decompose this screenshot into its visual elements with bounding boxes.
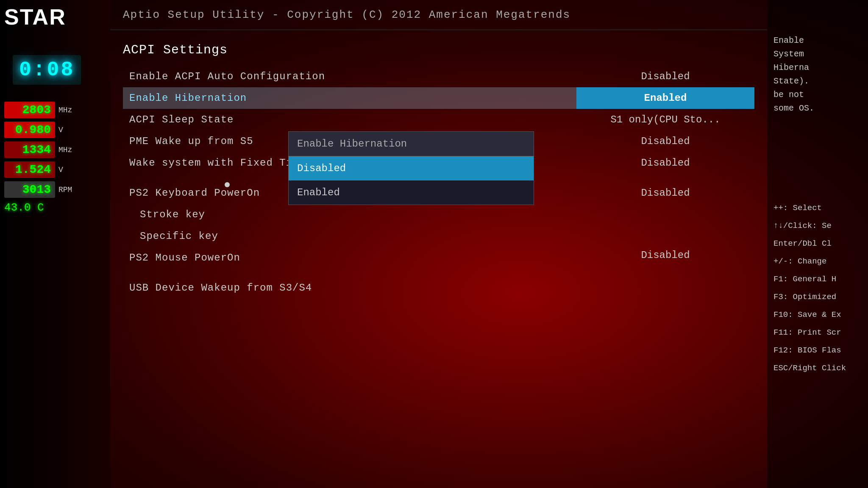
cpu-mhz-value: 2803 <box>4 102 55 118</box>
help-description: EnableSystemHibernaState).be notsome OS. <box>773 34 862 115</box>
stat-row-cpu-mhz: 2803 MHz <box>4 102 72 118</box>
section-title: ACPI Settings <box>123 43 754 57</box>
value-wake-fixed-time: Disabled <box>576 152 754 174</box>
header-title: Aptio Setup Utility - Copyright (C) 2012… <box>123 8 570 21</box>
setting-ps2-mouse[interactable]: PS2 Mouse PowerOn <box>123 247 576 269</box>
ram-mhz-unit: MHz <box>58 146 72 154</box>
setting-stroke-key[interactable]: Stroke key <box>123 204 576 225</box>
stat-row-temp: 43.0 C <box>4 201 72 214</box>
ram-mhz-value: 1334 <box>4 141 55 158</box>
value-specific-key <box>576 224 754 244</box>
dropdown-option-disabled[interactable]: Disabled <box>289 156 534 180</box>
stat-row-ram-mhz: 1334 MHz <box>4 141 72 158</box>
rpm-value: 3013 <box>4 181 55 198</box>
setting-acpi-auto[interactable]: Enable ACPI Auto Configuration <box>123 66 576 87</box>
key-select: ++: Select <box>773 200 862 216</box>
ram-v-value: 1.524 <box>4 161 55 178</box>
help-keys: ++: Select ↑↓/Click: Se Enter/Dbl Cl +/-… <box>773 200 862 376</box>
value-pme-wake: Disabled <box>576 130 754 152</box>
key-f1: F1: General H <box>773 271 862 287</box>
stat-row-ram-v: 1.524 V <box>4 161 72 178</box>
values-column: Disabled Enabled S1 only(CPU Sto... Disa… <box>576 66 754 299</box>
stat-row-cpu-v: 0.980 V <box>4 122 72 138</box>
ram-v-unit: V <box>58 166 63 174</box>
setting-usb-wakeup[interactable]: USB Device Wakeup from S3/S4 <box>123 277 576 299</box>
stat-row-rpm: 3013 RPM <box>4 181 72 198</box>
mouse-cursor <box>225 182 230 187</box>
setting-acpi-sleep[interactable]: ACPI Sleep State <box>123 109 576 130</box>
stats-panel: 2803 MHz 0.980 V 1334 MHz 1.524 V 3013 R… <box>4 102 72 214</box>
dropdown-popup: Enable Hibernation Disabled Enabled <box>288 131 534 205</box>
setting-specific-key[interactable]: Specific key <box>123 225 576 247</box>
cpu-mhz-unit: MHz <box>58 106 72 114</box>
logo-text: STAR <box>4 5 66 29</box>
bios-header: Aptio Setup Utility - Copyright (C) 2012… <box>110 0 767 30</box>
value-acpi-auto: Disabled <box>576 66 754 87</box>
value-acpi-sleep: S1 only(CPU Sto... <box>576 109 754 130</box>
key-f12: F12: BIOS Flas <box>773 342 862 358</box>
left-panel: STAR 0:08 2803 MHz 0.980 V 1334 MHz 1.52… <box>0 0 110 488</box>
key-updown: ↑↓/Click: Se <box>773 218 862 234</box>
key-f11: F11: Print Scr <box>773 324 862 341</box>
rpm-unit: RPM <box>58 186 72 194</box>
cpu-v-value: 0.980 <box>4 122 55 138</box>
value-ps2-keyboard: Disabled <box>576 182 754 204</box>
bios-main: Aptio Setup Utility - Copyright (C) 2012… <box>110 0 767 488</box>
setting-hibernation[interactable]: Enable Hibernation <box>123 87 576 109</box>
key-enter: Enter/Dbl Cl <box>773 236 862 252</box>
key-f3: F3: Optimized <box>773 289 862 305</box>
key-f10: F10: Save & Ex <box>773 307 862 323</box>
key-esc: ESC/Right Click <box>773 360 862 376</box>
value-stroke-key <box>576 204 754 224</box>
value-usb-wakeup <box>576 274 754 295</box>
value-hibernation: Enabled <box>576 87 754 109</box>
clock-display: 0:08 <box>13 55 81 85</box>
dropdown-header: Enable Hibernation <box>289 132 534 156</box>
key-change: +/-: Change <box>773 253 862 269</box>
help-panel: EnableSystemHibernaState).be notsome OS.… <box>767 0 868 488</box>
dropdown-option-enabled[interactable]: Enabled <box>289 180 534 205</box>
temp-value: 43.0 C <box>4 201 44 214</box>
value-ps2-mouse: Disabled <box>576 244 754 266</box>
clock-time: 0:08 <box>13 55 81 85</box>
cpu-v-unit: V <box>58 126 63 134</box>
brand-logo: STAR <box>4 4 66 30</box>
